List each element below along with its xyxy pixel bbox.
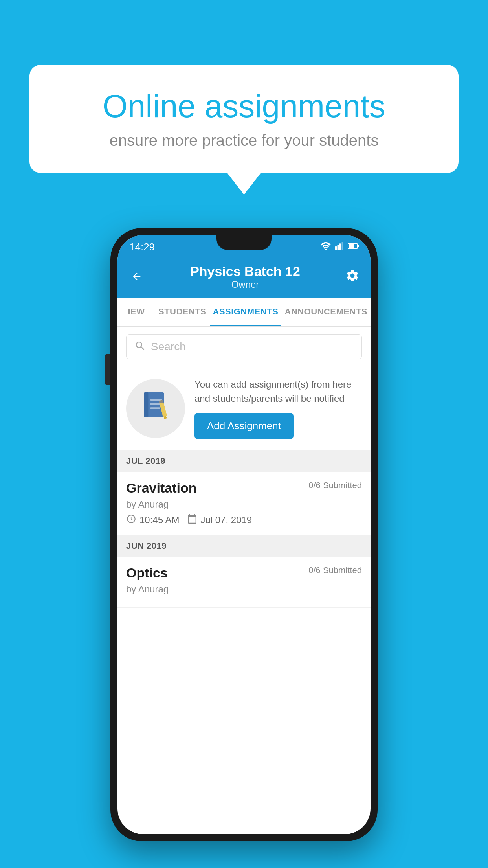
- svg-rect-10: [150, 399, 162, 401]
- time-meta: 10:45 AM: [126, 514, 179, 526]
- notebook-icon: [140, 390, 171, 427]
- svg-rect-7: [358, 245, 359, 247]
- clock-icon: [126, 514, 136, 526]
- search-bar[interactable]: Search: [126, 334, 362, 359]
- promo-text: You can add assignment(s) from here and …: [194, 377, 362, 406]
- wifi-icon: [320, 242, 331, 252]
- assignment-header-row: Gravitation 0/6 Submitted: [126, 480, 362, 496]
- status-icons: [320, 242, 359, 252]
- date-value: Jul 07, 2019: [200, 515, 252, 526]
- assignment-by-optics: by Anurag: [126, 584, 362, 595]
- tab-students[interactable]: STUDENTS: [155, 298, 210, 326]
- header-title: Physics Batch 12: [190, 264, 300, 279]
- svg-rect-4: [342, 242, 343, 250]
- assignment-promo: You can add assignment(s) from here and …: [117, 366, 371, 451]
- header-center: Physics Batch 12 Owner: [190, 264, 300, 290]
- phone-notch: [216, 235, 272, 250]
- phone-wrapper: 14:29: [29, 228, 459, 841]
- settings-button[interactable]: [345, 268, 360, 286]
- status-time: 14:29: [129, 241, 155, 253]
- section-header-jun: JUN 2019: [117, 535, 371, 557]
- assignment-item-optics[interactable]: Optics 0/6 Submitted by Anurag: [117, 557, 371, 608]
- speech-bubble-container: Online assignments ensure more practice …: [29, 65, 459, 173]
- svg-rect-3: [339, 243, 341, 250]
- speech-bubble-title: Online assignments: [57, 88, 431, 124]
- assignment-name-gravitation: Gravitation: [126, 480, 196, 496]
- search-placeholder: Search: [151, 340, 186, 353]
- speech-bubble: Online assignments ensure more practice …: [29, 65, 459, 173]
- assignment-by-gravitation: by Anurag: [126, 499, 362, 510]
- svg-rect-1: [335, 246, 337, 250]
- tab-iew[interactable]: IEW: [117, 298, 155, 326]
- promo-icon-circle: [126, 379, 185, 438]
- tab-assignments[interactable]: ASSIGNMENTS: [210, 298, 282, 327]
- assignment-meta-gravitation: 10:45 AM Jul 07, 2019: [126, 514, 362, 526]
- search-container: Search: [117, 327, 371, 366]
- date-meta: Jul 07, 2019: [187, 514, 252, 526]
- signal-icon: [335, 242, 344, 252]
- svg-rect-12: [150, 407, 160, 409]
- search-icon: [134, 340, 146, 353]
- svg-rect-9: [144, 392, 149, 417]
- calendar-icon: [187, 514, 197, 526]
- svg-point-0: [325, 249, 327, 250]
- promo-content: You can add assignment(s) from here and …: [194, 377, 362, 439]
- assignment-item-gravitation[interactable]: Gravitation 0/6 Submitted by Anurag 10:4…: [117, 472, 371, 535]
- submitted-badge-optics: 0/6 Submitted: [308, 565, 362, 576]
- speech-bubble-subtitle: ensure more practice for your students: [57, 132, 431, 149]
- tabs-container: IEW STUDENTS ASSIGNMENTS ANNOUNCEMENTS: [117, 298, 371, 327]
- phone-device: 14:29: [110, 228, 378, 841]
- assignment-name-optics: Optics: [126, 565, 168, 581]
- phone-screen: 14:29: [117, 235, 371, 834]
- assignment-header-row-optics: Optics 0/6 Submitted: [126, 565, 362, 581]
- svg-rect-2: [338, 245, 339, 250]
- back-button[interactable]: [128, 267, 145, 287]
- svg-rect-6: [349, 244, 354, 248]
- app-header: Physics Batch 12 Owner: [117, 257, 371, 298]
- add-assignment-button[interactable]: Add Assignment: [194, 413, 294, 439]
- tab-announcements[interactable]: ANNOUNCEMENTS: [281, 298, 371, 326]
- header-subtitle: Owner: [190, 279, 300, 290]
- section-header-jul: JUL 2019: [117, 451, 371, 472]
- time-value: 10:45 AM: [139, 515, 179, 526]
- submitted-badge-gravitation: 0/6 Submitted: [308, 480, 362, 491]
- battery-icon: [348, 242, 359, 252]
